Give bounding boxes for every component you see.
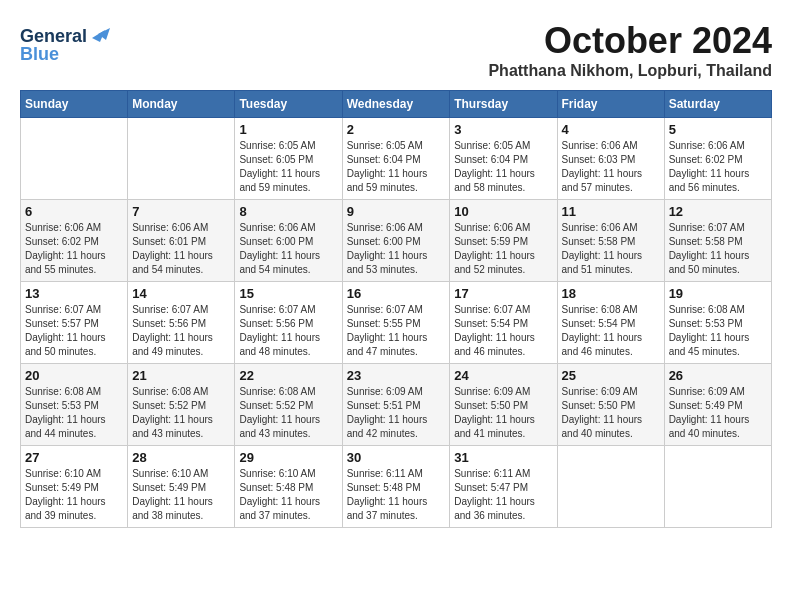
day-number: 18 bbox=[562, 286, 660, 301]
svg-text:General: General bbox=[20, 26, 87, 46]
weekday-header-wednesday: Wednesday bbox=[342, 91, 450, 118]
calendar-cell: 5Sunrise: 6:06 AM Sunset: 6:02 PM Daylig… bbox=[664, 118, 771, 200]
day-number: 21 bbox=[132, 368, 230, 383]
day-info: Sunrise: 6:07 AM Sunset: 5:56 PM Dayligh… bbox=[132, 303, 230, 359]
location-title: Phatthana Nikhom, Lopburi, Thailand bbox=[488, 62, 772, 80]
day-info: Sunrise: 6:07 AM Sunset: 5:58 PM Dayligh… bbox=[669, 221, 767, 277]
day-number: 27 bbox=[25, 450, 123, 465]
day-info: Sunrise: 6:06 AM Sunset: 6:00 PM Dayligh… bbox=[347, 221, 446, 277]
logo: General Blue bbox=[20, 20, 110, 70]
day-info: Sunrise: 6:05 AM Sunset: 6:04 PM Dayligh… bbox=[347, 139, 446, 195]
calendar-cell: 29Sunrise: 6:10 AM Sunset: 5:48 PM Dayli… bbox=[235, 446, 342, 528]
calendar-cell: 3Sunrise: 6:05 AM Sunset: 6:04 PM Daylig… bbox=[450, 118, 557, 200]
day-number: 2 bbox=[347, 122, 446, 137]
weekday-header-friday: Friday bbox=[557, 91, 664, 118]
weekday-header-tuesday: Tuesday bbox=[235, 91, 342, 118]
day-number: 28 bbox=[132, 450, 230, 465]
day-info: Sunrise: 6:09 AM Sunset: 5:49 PM Dayligh… bbox=[669, 385, 767, 441]
day-info: Sunrise: 6:11 AM Sunset: 5:48 PM Dayligh… bbox=[347, 467, 446, 523]
calendar-cell bbox=[664, 446, 771, 528]
day-number: 14 bbox=[132, 286, 230, 301]
day-info: Sunrise: 6:09 AM Sunset: 5:51 PM Dayligh… bbox=[347, 385, 446, 441]
day-info: Sunrise: 6:10 AM Sunset: 5:49 PM Dayligh… bbox=[25, 467, 123, 523]
calendar-cell: 9Sunrise: 6:06 AM Sunset: 6:00 PM Daylig… bbox=[342, 200, 450, 282]
calendar-cell bbox=[557, 446, 664, 528]
day-number: 6 bbox=[25, 204, 123, 219]
day-number: 3 bbox=[454, 122, 552, 137]
day-number: 10 bbox=[454, 204, 552, 219]
day-number: 31 bbox=[454, 450, 552, 465]
day-info: Sunrise: 6:06 AM Sunset: 6:03 PM Dayligh… bbox=[562, 139, 660, 195]
day-info: Sunrise: 6:06 AM Sunset: 6:01 PM Dayligh… bbox=[132, 221, 230, 277]
day-info: Sunrise: 6:11 AM Sunset: 5:47 PM Dayligh… bbox=[454, 467, 552, 523]
calendar-cell: 21Sunrise: 6:08 AM Sunset: 5:52 PM Dayli… bbox=[128, 364, 235, 446]
calendar-cell: 19Sunrise: 6:08 AM Sunset: 5:53 PM Dayli… bbox=[664, 282, 771, 364]
day-number: 30 bbox=[347, 450, 446, 465]
calendar-cell: 16Sunrise: 6:07 AM Sunset: 5:55 PM Dayli… bbox=[342, 282, 450, 364]
calendar-cell: 14Sunrise: 6:07 AM Sunset: 5:56 PM Dayli… bbox=[128, 282, 235, 364]
day-info: Sunrise: 6:08 AM Sunset: 5:52 PM Dayligh… bbox=[132, 385, 230, 441]
day-info: Sunrise: 6:08 AM Sunset: 5:54 PM Dayligh… bbox=[562, 303, 660, 359]
calendar-cell: 23Sunrise: 6:09 AM Sunset: 5:51 PM Dayli… bbox=[342, 364, 450, 446]
day-number: 12 bbox=[669, 204, 767, 219]
day-info: Sunrise: 6:08 AM Sunset: 5:53 PM Dayligh… bbox=[669, 303, 767, 359]
day-info: Sunrise: 6:06 AM Sunset: 5:59 PM Dayligh… bbox=[454, 221, 552, 277]
day-number: 29 bbox=[239, 450, 337, 465]
month-title: October 2024 bbox=[488, 20, 772, 62]
day-info: Sunrise: 6:05 AM Sunset: 6:05 PM Dayligh… bbox=[239, 139, 337, 195]
day-number: 22 bbox=[239, 368, 337, 383]
day-info: Sunrise: 6:08 AM Sunset: 5:53 PM Dayligh… bbox=[25, 385, 123, 441]
day-number: 15 bbox=[239, 286, 337, 301]
day-number: 7 bbox=[132, 204, 230, 219]
calendar-cell: 30Sunrise: 6:11 AM Sunset: 5:48 PM Dayli… bbox=[342, 446, 450, 528]
calendar-cell: 7Sunrise: 6:06 AM Sunset: 6:01 PM Daylig… bbox=[128, 200, 235, 282]
weekday-header-thursday: Thursday bbox=[450, 91, 557, 118]
day-number: 23 bbox=[347, 368, 446, 383]
day-info: Sunrise: 6:08 AM Sunset: 5:52 PM Dayligh… bbox=[239, 385, 337, 441]
day-number: 9 bbox=[347, 204, 446, 219]
day-number: 16 bbox=[347, 286, 446, 301]
calendar-cell: 2Sunrise: 6:05 AM Sunset: 6:04 PM Daylig… bbox=[342, 118, 450, 200]
calendar-cell: 22Sunrise: 6:08 AM Sunset: 5:52 PM Dayli… bbox=[235, 364, 342, 446]
day-info: Sunrise: 6:09 AM Sunset: 5:50 PM Dayligh… bbox=[454, 385, 552, 441]
calendar-cell: 1Sunrise: 6:05 AM Sunset: 6:05 PM Daylig… bbox=[235, 118, 342, 200]
day-number: 24 bbox=[454, 368, 552, 383]
day-info: Sunrise: 6:05 AM Sunset: 6:04 PM Dayligh… bbox=[454, 139, 552, 195]
day-info: Sunrise: 6:07 AM Sunset: 5:55 PM Dayligh… bbox=[347, 303, 446, 359]
day-info: Sunrise: 6:10 AM Sunset: 5:49 PM Dayligh… bbox=[132, 467, 230, 523]
calendar-cell: 15Sunrise: 6:07 AM Sunset: 5:56 PM Dayli… bbox=[235, 282, 342, 364]
day-info: Sunrise: 6:06 AM Sunset: 5:58 PM Dayligh… bbox=[562, 221, 660, 277]
calendar-cell: 12Sunrise: 6:07 AM Sunset: 5:58 PM Dayli… bbox=[664, 200, 771, 282]
calendar-cell: 8Sunrise: 6:06 AM Sunset: 6:00 PM Daylig… bbox=[235, 200, 342, 282]
weekday-header-monday: Monday bbox=[128, 91, 235, 118]
day-number: 17 bbox=[454, 286, 552, 301]
page-header: General Blue October 2024 Phatthana Nikh… bbox=[20, 20, 772, 80]
calendar-cell: 25Sunrise: 6:09 AM Sunset: 5:50 PM Dayli… bbox=[557, 364, 664, 446]
svg-text:Blue: Blue bbox=[20, 44, 59, 64]
day-number: 26 bbox=[669, 368, 767, 383]
day-info: Sunrise: 6:09 AM Sunset: 5:50 PM Dayligh… bbox=[562, 385, 660, 441]
calendar-cell bbox=[128, 118, 235, 200]
calendar-cell: 18Sunrise: 6:08 AM Sunset: 5:54 PM Dayli… bbox=[557, 282, 664, 364]
day-number: 1 bbox=[239, 122, 337, 137]
calendar-cell: 20Sunrise: 6:08 AM Sunset: 5:53 PM Dayli… bbox=[21, 364, 128, 446]
day-number: 20 bbox=[25, 368, 123, 383]
title-section: October 2024 Phatthana Nikhom, Lopburi, … bbox=[488, 20, 772, 80]
calendar-cell: 28Sunrise: 6:10 AM Sunset: 5:49 PM Dayli… bbox=[128, 446, 235, 528]
day-number: 5 bbox=[669, 122, 767, 137]
day-number: 8 bbox=[239, 204, 337, 219]
day-info: Sunrise: 6:06 AM Sunset: 6:02 PM Dayligh… bbox=[669, 139, 767, 195]
day-number: 25 bbox=[562, 368, 660, 383]
calendar-cell bbox=[21, 118, 128, 200]
day-info: Sunrise: 6:07 AM Sunset: 5:56 PM Dayligh… bbox=[239, 303, 337, 359]
calendar-cell: 31Sunrise: 6:11 AM Sunset: 5:47 PM Dayli… bbox=[450, 446, 557, 528]
day-number: 11 bbox=[562, 204, 660, 219]
weekday-header-sunday: Sunday bbox=[21, 91, 128, 118]
calendar-cell: 24Sunrise: 6:09 AM Sunset: 5:50 PM Dayli… bbox=[450, 364, 557, 446]
day-info: Sunrise: 6:07 AM Sunset: 5:57 PM Dayligh… bbox=[25, 303, 123, 359]
calendar-cell: 13Sunrise: 6:07 AM Sunset: 5:57 PM Dayli… bbox=[21, 282, 128, 364]
day-number: 19 bbox=[669, 286, 767, 301]
calendar-cell: 17Sunrise: 6:07 AM Sunset: 5:54 PM Dayli… bbox=[450, 282, 557, 364]
calendar-table: SundayMondayTuesdayWednesdayThursdayFrid… bbox=[20, 90, 772, 528]
day-info: Sunrise: 6:10 AM Sunset: 5:48 PM Dayligh… bbox=[239, 467, 337, 523]
